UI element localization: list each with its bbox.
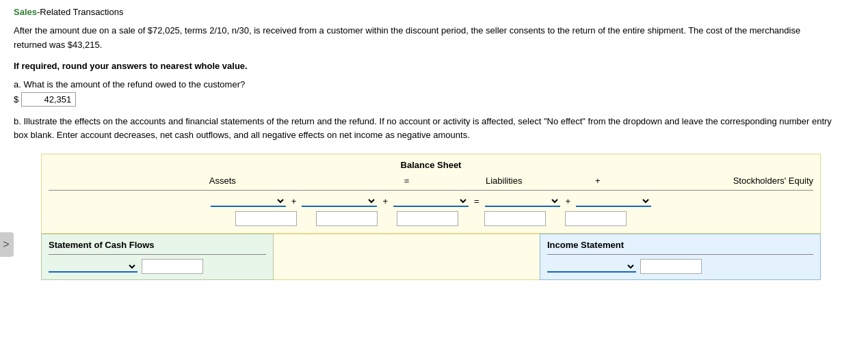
liabilities-dropdown-cell: No effect: [485, 195, 560, 207]
equity-dropdown[interactable]: No effect: [576, 195, 651, 207]
cash-flows-dropdown[interactable]: No effect: [49, 260, 137, 273]
equals-operator: =: [471, 196, 482, 206]
section-title: Sales-Related Transactions: [14, 7, 834, 17]
asset-input-2[interactable]: [316, 211, 378, 226]
rounding-note: If required, round your answers to neare…: [14, 61, 834, 71]
input-row: [49, 211, 813, 226]
income-statement-section: Income Statement No effect: [540, 234, 821, 280]
cash-flows-controls: No effect: [49, 259, 266, 274]
cash-flows-divider: [49, 254, 266, 255]
asset-input-3[interactable]: [397, 211, 458, 226]
balance-sheet-header: Assets = Liabilities + Stockholders' Equ…: [49, 176, 813, 186]
question-a-label: a. What is the amount of the refund owed…: [14, 79, 834, 89]
plus-operator-2: +: [380, 196, 391, 206]
equity-input[interactable]: [565, 211, 627, 226]
question-b-text: b. Illustrate the effects on the account…: [14, 115, 834, 143]
refund-amount-input[interactable]: [21, 92, 76, 107]
asset-dropdown-3[interactable]: No effect: [393, 195, 469, 207]
asset-dropdown-1[interactable]: No effect: [211, 195, 286, 207]
equity-dropdown-cell: No effect: [576, 195, 651, 207]
asset-dropdown-3-cell: No effect: [393, 195, 469, 207]
plus-operator-3: +: [563, 196, 574, 206]
liabilities-header: Liabilities: [417, 176, 591, 186]
income-statement-label: Income Statement: [547, 240, 813, 250]
equity-header: Stockholders' Equity: [605, 176, 813, 186]
header-divider: [49, 190, 813, 191]
income-statement-input[interactable]: [640, 259, 702, 274]
dropdown-row: No effect + No effect + No effect: [49, 195, 813, 207]
asset-dropdown-1-cell: No effect: [211, 195, 286, 207]
balance-sheet-title: Balance Sheet: [49, 160, 813, 170]
question-a-section: a. What is the amount of the refund owed…: [14, 79, 834, 107]
asset-dropdown-2[interactable]: No effect: [302, 195, 377, 207]
income-statement-controls: No effect: [547, 259, 813, 274]
income-statement-divider: [547, 254, 813, 255]
dollar-sign-label: $: [14, 94, 18, 105]
income-statement-dropdown[interactable]: No effect: [547, 260, 636, 273]
cash-flows-label: Statement of Cash Flows: [49, 240, 266, 250]
cash-flows-section: Statement of Cash Flows No effect: [41, 234, 274, 280]
balance-sheet-section: Balance Sheet Assets = Liabilities + Sto…: [41, 154, 821, 234]
middle-spacer: [274, 234, 540, 280]
plus-operator-1: +: [289, 196, 300, 206]
intro-paragraph: After the amount due on a sale of $72,02…: [14, 24, 834, 53]
financial-table: Balance Sheet Assets = Liabilities + Sto…: [41, 154, 821, 280]
assets-header: Assets: [49, 176, 397, 186]
asset-input-1[interactable]: [235, 211, 297, 226]
cash-flows-input[interactable]: [142, 259, 203, 274]
chevron-right-icon: >: [3, 238, 9, 251]
equals-header: =: [397, 176, 417, 186]
bottom-sections-row: Statement of Cash Flows No effect Income…: [41, 234, 821, 280]
nav-arrow-button[interactable]: >: [0, 232, 14, 257]
plus-header: +: [591, 176, 605, 186]
asset-dropdown-2-cell: No effect: [302, 195, 377, 207]
liabilities-dropdown[interactable]: No effect: [485, 195, 560, 207]
liabilities-input[interactable]: [484, 211, 546, 226]
